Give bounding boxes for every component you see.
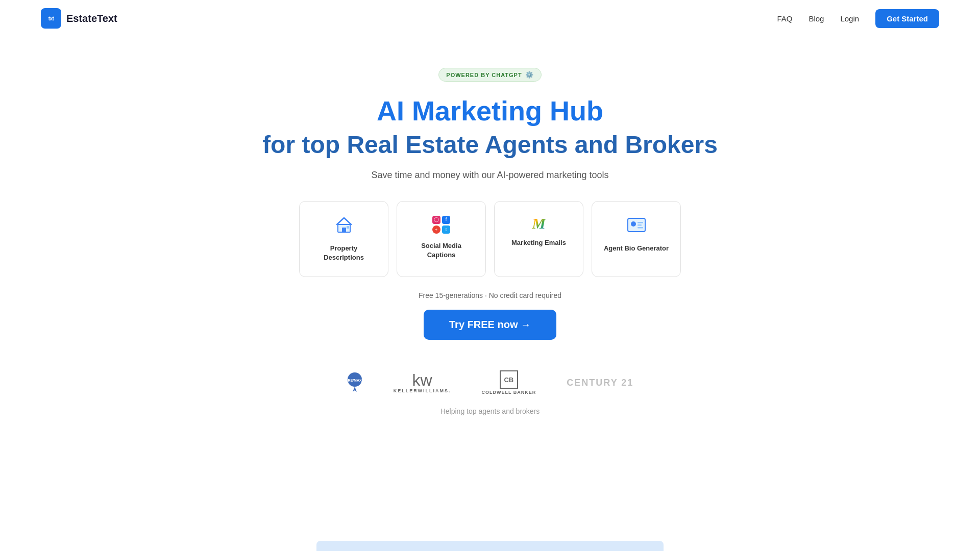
helping-text: Helping top agents and brokers (440, 407, 540, 415)
card-social-label: Social Media Captions (407, 241, 475, 260)
get-started-button[interactable]: Get Started (875, 9, 939, 28)
nav-faq[interactable]: FAQ (777, 14, 792, 23)
svg-rect-2 (347, 226, 349, 229)
house-icon (334, 216, 354, 237)
card-social-media-captions[interactable]: ◯ f + t Social Media Captions (397, 201, 486, 277)
svg-rect-5 (638, 222, 643, 223)
svg-rect-3 (628, 218, 645, 232)
nav-blog[interactable]: Blog (808, 14, 824, 23)
logo-link[interactable]: txt EstateText (41, 8, 117, 29)
card-property-label: Property Descriptions (310, 244, 378, 262)
card-agent-label: Agent Bio Generator (604, 244, 669, 253)
hero-title-line2: for top Real Estate Agents and Brokers (262, 130, 718, 160)
svg-text:RE/MAX: RE/MAX (348, 379, 362, 382)
card-marketing-emails[interactable]: M Marketing Emails (494, 201, 583, 277)
hero-subtitle: Save time and money with our AI-powered … (371, 170, 608, 181)
card-emails-label: Marketing Emails (511, 238, 566, 247)
nav-login[interactable]: Login (840, 14, 859, 23)
century21-logo: CENTURY 21 (567, 378, 633, 388)
logos-row: RE/MAX kw KELLERWILLIAMS. CB COLDWELL BA… (347, 370, 634, 395)
try-free-button[interactable]: Try FREE now → (424, 310, 556, 340)
logos-section: RE/MAX kw KELLERWILLIAMS. CB COLDWELL BA… (347, 370, 634, 436)
feature-cards-container: Property Descriptions ◯ f + t Social Med… (299, 201, 681, 277)
svg-rect-7 (638, 227, 643, 229)
instagram-icon: ◯ (432, 216, 440, 224)
agent-bio-icon (627, 216, 646, 237)
remax-logo: RE/MAX (347, 371, 363, 394)
bottom-peek-bar (316, 541, 664, 551)
twitter-icon: t (442, 226, 450, 234)
badge-text: POWERED BY CHATGPT (446, 72, 522, 78)
social-media-icon: ◯ f + t (432, 216, 451, 234)
logo-icon: txt (41, 8, 61, 29)
svg-point-4 (631, 221, 636, 227)
hero-title-line1: AI Marketing Hub (377, 96, 603, 126)
card-property-descriptions[interactable]: Property Descriptions (299, 201, 388, 277)
svg-rect-6 (638, 224, 642, 226)
gmail-icon: M (532, 216, 546, 231)
googleplus-icon: + (432, 226, 440, 234)
facebook-icon: f (442, 216, 450, 224)
card-agent-bio-generator[interactable]: Agent Bio Generator (592, 201, 681, 277)
powered-badge: POWERED BY CHATGPT ⚙️ (438, 68, 541, 82)
hero-section: POWERED BY CHATGPT ⚙️ AI Marketing Hub f… (0, 37, 980, 456)
chatgpt-icon: ⚙️ (525, 71, 534, 79)
nav-links: FAQ Blog Login Get Started (777, 9, 939, 28)
navbar: txt EstateText FAQ Blog Login Get Starte… (0, 0, 980, 37)
free-generations-text: Free 15-generations · No credit card req… (419, 291, 561, 299)
kw-logo: kw KELLERWILLIAMS. (394, 372, 451, 393)
logo-text: EstateText (66, 13, 117, 24)
svg-rect-1 (342, 228, 346, 232)
coldwell-banker-logo: CB COLDWELL BANKER (481, 370, 536, 395)
